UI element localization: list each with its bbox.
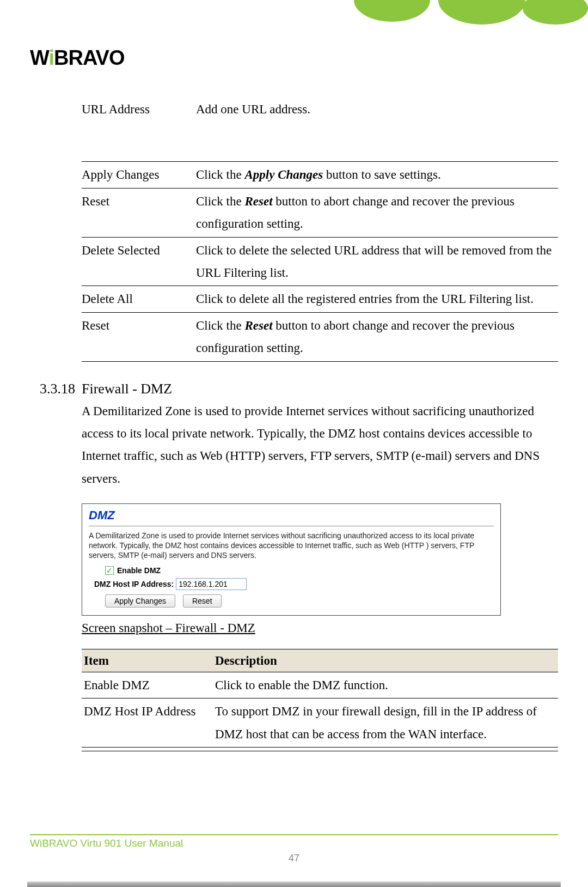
section-title: Firewall - DMZ (82, 381, 172, 397)
enable-dmz-checkbox[interactable]: ✓ (105, 566, 114, 575)
dmz-ip-row: DMZ Host IP Address: (94, 578, 494, 590)
table-row (82, 748, 558, 751)
table-row: Delete All Click to delete all the regis… (82, 286, 558, 312)
dmz-ip-label: DMZ Host IP Address: (94, 580, 174, 588)
snap-description: A Demilitarized Zone is used to provide … (89, 531, 494, 561)
actions-table: Apply Changes Click the Apply Changes bu… (82, 161, 558, 361)
header-cell: Item (82, 649, 215, 672)
apply-changes-button[interactable]: Apply Changes (105, 594, 175, 607)
cell: Apply Changes (82, 163, 196, 186)
cell: Click the Reset button to abort change a… (196, 314, 558, 360)
footer-rule (30, 834, 558, 835)
cell: To support DMZ in your firewall design, … (215, 700, 558, 745)
section-body: A Demilitarized Zone is used to provide … (82, 400, 558, 490)
dmz-screenshot: DMZ A Demilitarized Zone is used to prov… (82, 503, 501, 616)
table-row: Delete Selected Click to delete the sele… (82, 238, 558, 287)
bottom-bar (27, 882, 561, 887)
reset-button[interactable]: Reset (183, 594, 222, 607)
cell: Reset (82, 190, 196, 235)
intro-row: URL Address Add one URL address. (30, 98, 558, 120)
screenshot-caption: Screen snapshot – Firewall - DMZ (82, 621, 558, 635)
brand-logo: WiBRAVO (30, 46, 125, 70)
cell: Click the Reset button to abort change a… (196, 190, 558, 235)
cell: Click to enable the DMZ function. (215, 674, 558, 696)
cell: DMZ Host IP Address (82, 700, 215, 745)
page-footer: WiBRAVO Virtu 901 User Manual 47 (30, 834, 558, 864)
table-row: Reset Click the Reset button to abort ch… (82, 313, 558, 362)
section-heading: 3.3.18 Firewall - DMZ (30, 381, 558, 397)
table-row: Enable DMZ Click to enable the DMZ funct… (82, 672, 558, 698)
header-cell: Description (215, 649, 558, 672)
table-row: Reset Click the Reset button to abort ch… (82, 189, 558, 238)
table-row: Apply Changes Click the Apply Changes bu… (82, 161, 558, 188)
dmz-ip-input[interactable] (176, 578, 247, 590)
logo-part: BRAVO (54, 46, 124, 69)
enable-dmz-label: Enable DMZ (117, 566, 161, 575)
dmz-params-table: Item Description Enable DMZ Click to ena… (82, 649, 558, 752)
cell: Delete Selected (82, 239, 196, 284)
enable-dmz-row: ✓ Enable DMZ (105, 566, 494, 575)
cell: Delete All (82, 288, 196, 310)
logo-part: i (49, 46, 54, 69)
table-header: Item Description (82, 649, 558, 672)
cell: Reset (82, 314, 196, 360)
intro-label: URL Address (82, 98, 196, 120)
table-row: DMZ Host IP Address To support DMZ in yo… (82, 698, 558, 748)
section-number: 3.3.18 (30, 381, 82, 397)
cell: Click the Apply Changes button to save s… (196, 163, 558, 186)
page-number: 47 (30, 853, 558, 864)
intro-text: Add one URL address. (196, 98, 558, 120)
cell: Click to delete all the registered entri… (196, 288, 558, 310)
cell: Click to delete the selected URL address… (196, 239, 558, 284)
header-decoration (316, 0, 588, 27)
divider (89, 526, 494, 526)
footer-text: WiBRAVO Virtu 901 User Manual (30, 837, 558, 849)
cell: Enable DMZ (82, 674, 215, 696)
logo-part: W (30, 46, 49, 69)
snap-title: DMZ (89, 508, 494, 523)
